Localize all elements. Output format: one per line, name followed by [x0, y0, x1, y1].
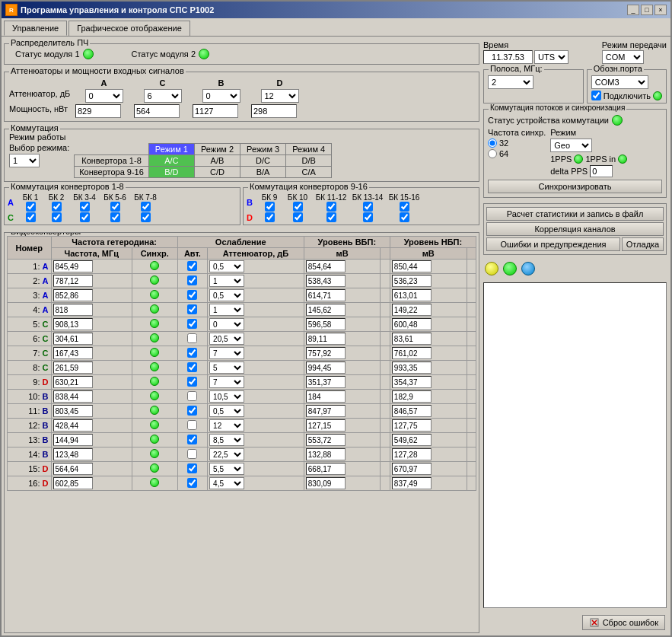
vc-avt-check-5[interactable] — [187, 333, 197, 343]
vc-freq-input-3[interactable] — [53, 304, 93, 316]
vc-freq-input-7[interactable] — [53, 361, 93, 374]
attn-d-select[interactable]: 120369 — [261, 89, 299, 103]
vc-avt-check-3[interactable] — [187, 304, 197, 314]
freq-64-radio[interactable] — [488, 149, 497, 158]
vc-freq-input-15[interactable] — [53, 477, 93, 489]
vc-nbp-input-9[interactable] — [392, 390, 432, 403]
vc-avt-check-1[interactable] — [187, 276, 197, 285]
vc-freq-input-1[interactable] — [53, 275, 93, 287]
choice-select[interactable]: 1234 — [9, 154, 40, 167]
time-input[interactable] — [483, 50, 533, 64]
errors-button[interactable]: Ошибки и предупреждения — [486, 237, 620, 251]
bk1516b-check[interactable] — [400, 202, 409, 212]
vc-attn-select-12[interactable]: 8,5 — [209, 434, 244, 446]
reset-button[interactable]: Сброс ошибок — [582, 615, 665, 630]
vc-nbp-input-14[interactable] — [392, 463, 432, 475]
vc-attn-select-4[interactable]: 0 — [209, 318, 244, 330]
vc-avt-check-10[interactable] — [187, 406, 197, 416]
vc-avt-check-7[interactable] — [187, 362, 197, 372]
bk10d-check[interactable] — [293, 212, 303, 222]
bk1516d-check[interactable] — [400, 212, 409, 222]
vc-avt-check-13[interactable] — [187, 449, 197, 459]
vc-vbp-input-5[interactable] — [306, 333, 346, 345]
vc-vbp-input-7[interactable] — [306, 361, 346, 374]
vc-avt-check-2[interactable] — [187, 290, 197, 300]
stat-button[interactable]: Расчет статистики и запись в файл — [486, 207, 664, 221]
attn-b-select[interactable]: 036912 — [202, 89, 240, 103]
mode-sync-select[interactable]: GeoGPSExt — [550, 139, 592, 152]
vc-attn-select-14[interactable]: 5,5 — [209, 463, 244, 475]
vc-freq-input-9[interactable] — [53, 390, 93, 403]
vc-avt-check-8[interactable] — [187, 377, 197, 387]
vc-avt-check-4[interactable] — [187, 319, 197, 329]
vc-vbp-input-9[interactable] — [306, 390, 346, 403]
power-d-input[interactable] — [251, 104, 297, 118]
vc-nbp-input-12[interactable] — [392, 434, 432, 446]
power-a-input[interactable] — [75, 104, 121, 118]
bk78c-check[interactable] — [141, 212, 151, 222]
bk78-check[interactable] — [141, 202, 151, 212]
power-b-input[interactable] — [193, 104, 238, 118]
polosa-select[interactable]: 248 — [488, 75, 533, 89]
mode-select[interactable]: COMUDPTCP — [602, 50, 644, 64]
vc-nbp-input-2[interactable] — [392, 289, 432, 301]
bk1314b-check[interactable] — [363, 202, 373, 212]
bk56c-check[interactable] — [110, 212, 120, 222]
bk56-check[interactable] — [110, 202, 120, 212]
vc-nbp-input-1[interactable] — [392, 275, 432, 287]
debug-button[interactable]: Отладка — [622, 237, 664, 251]
vc-nbp-input-3[interactable] — [392, 304, 432, 316]
bk34c-check[interactable] — [80, 212, 90, 222]
vc-attn-select-6[interactable]: 7 — [209, 347, 244, 359]
vc-attn-select-1[interactable]: 1 — [209, 275, 244, 287]
bk1112d-check[interactable] — [326, 212, 336, 222]
vc-attn-select-9[interactable]: 10,5 — [209, 390, 244, 403]
attn-a-select[interactable]: 036912 — [85, 89, 123, 103]
power-c-input[interactable] — [134, 104, 180, 118]
vc-vbp-input-11[interactable] — [306, 419, 346, 432]
vc-attn-select-7[interactable]: 5 — [209, 361, 244, 374]
vc-nbp-input-13[interactable] — [392, 448, 432, 460]
vc-avt-check-12[interactable] — [187, 435, 197, 444]
vc-attn-select-5[interactable]: 20,5 — [209, 333, 244, 345]
vc-freq-input-5[interactable] — [53, 333, 93, 345]
vc-attn-select-11[interactable]: 12 — [209, 419, 244, 432]
vc-vbp-input-6[interactable] — [306, 347, 346, 359]
freq-32-radio[interactable] — [488, 139, 497, 148]
vc-avt-check-9[interactable] — [187, 391, 197, 401]
vc-attn-select-10[interactable]: 0,5 — [209, 405, 244, 417]
vc-nbp-input-0[interactable] — [392, 260, 432, 272]
bk10b-check[interactable] — [293, 202, 303, 212]
corr-button[interactable]: Корреляция каналов — [486, 222, 664, 236]
maximize-button[interactable]: □ — [641, 5, 653, 15]
vc-nbp-input-8[interactable] — [392, 376, 432, 388]
vc-freq-input-14[interactable] — [53, 463, 93, 475]
connect-check[interactable] — [591, 91, 601, 100]
vc-vbp-input-8[interactable] — [306, 376, 346, 388]
vc-nbp-input-15[interactable] — [392, 477, 432, 489]
vc-freq-input-13[interactable] — [53, 448, 93, 460]
attn-c-select[interactable]: 603912 — [144, 89, 182, 103]
vc-attn-select-15[interactable]: 4,5 — [209, 477, 244, 489]
port-select[interactable]: COM3COM1COM2COM4 — [591, 75, 648, 89]
bk1-check[interactable] — [26, 202, 36, 212]
bk9b-check[interactable] — [265, 202, 275, 212]
delta-input[interactable] — [590, 165, 613, 177]
vc-freq-input-2[interactable] — [53, 289, 93, 301]
close-button[interactable]: × — [654, 5, 667, 15]
vc-attn-select-2[interactable]: 0,5 — [209, 289, 244, 301]
vc-attn-select-8[interactable]: 7 — [209, 376, 244, 388]
bk1112b-check[interactable] — [326, 202, 336, 212]
vc-vbp-input-3[interactable] — [306, 304, 346, 316]
vc-vbp-input-14[interactable] — [306, 463, 346, 475]
vc-vbp-input-13[interactable] — [306, 448, 346, 460]
vc-freq-input-8[interactable] — [53, 376, 93, 388]
log-area[interactable] — [483, 282, 667, 608]
vc-vbp-input-15[interactable] — [306, 477, 346, 489]
vc-avt-check-11[interactable] — [187, 420, 197, 430]
vc-nbp-input-10[interactable] — [392, 405, 432, 417]
vc-freq-input-4[interactable] — [53, 318, 93, 330]
vc-vbp-input-4[interactable] — [306, 318, 346, 330]
tab-graphic[interactable]: Графическое отображение — [68, 21, 190, 36]
minimize-button[interactable]: _ — [627, 5, 639, 15]
